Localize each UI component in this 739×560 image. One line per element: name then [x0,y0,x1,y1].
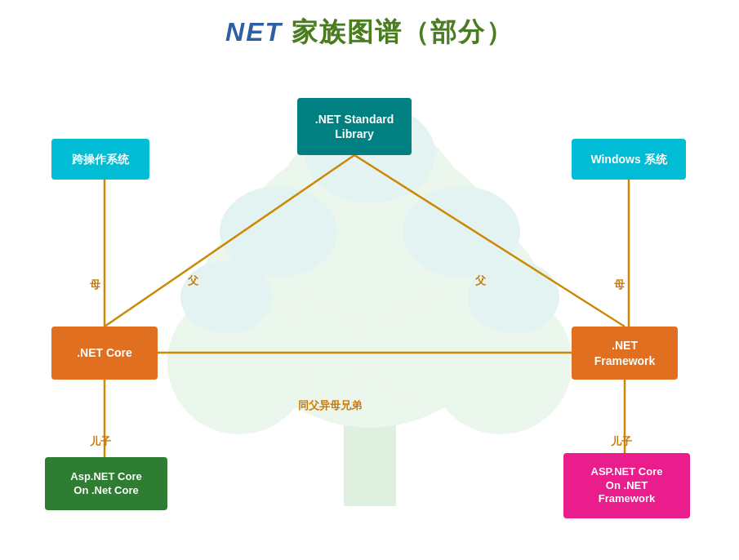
net-standard-box: .NET StandardLibrary [297,98,412,155]
net-framework-box: .NETFramework [572,327,678,380]
page-title: NET 家族图谱（部分） [0,0,739,51]
cross-platform-box: 跨操作系统 [51,139,149,180]
windows-box: Windows 系统 [572,139,686,180]
label-son-left: 儿子 [90,434,111,449]
asp-net-core-on-core-box: Asp.NET CoreOn .Net Core [45,457,167,510]
label-son-right: 儿子 [611,434,632,449]
label-mother-right: 母 [614,278,625,292]
label-father-right: 父 [475,273,486,288]
net-core-box: .NET Core [51,327,158,380]
diagram: 跨操作系统 .NET StandardLibrary Windows 系统 .N… [0,57,739,547]
label-father-left: 父 [188,273,198,288]
asp-net-core-on-framework-box: ASP.NET CoreOn .NETFramework [563,453,690,518]
label-sibling: 同父异母兄弟 [298,398,362,413]
label-mother-left: 母 [90,278,100,292]
